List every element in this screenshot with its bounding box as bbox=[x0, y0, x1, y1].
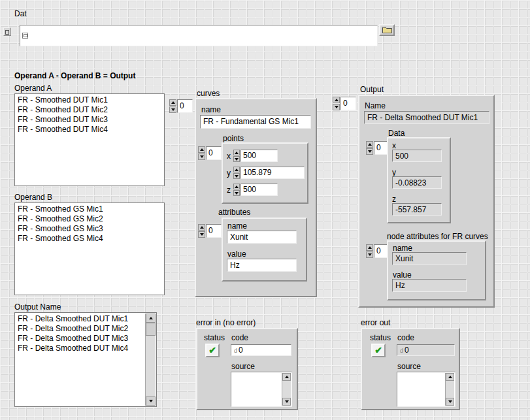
error-in-label: error in (no error) bbox=[196, 318, 256, 327]
curves-index-value[interactable]: 0 bbox=[177, 99, 193, 113]
list-item[interactable]: FR - Smoothed GS Mic1 bbox=[15, 204, 164, 214]
list-item[interactable]: FR - Smoothed DUT Mic3 bbox=[15, 115, 164, 125]
scroll-thumb[interactable] bbox=[146, 323, 156, 336]
decrement-button[interactable] bbox=[366, 251, 373, 258]
scroll-track[interactable] bbox=[446, 381, 454, 398]
y-label: y bbox=[227, 169, 233, 178]
increment-button[interactable] bbox=[366, 244, 373, 251]
list-item[interactable]: FR - Smoothed GS Mic2 bbox=[15, 214, 164, 224]
x-value-field[interactable]: 500 bbox=[240, 150, 278, 162]
error-in-source-field[interactable] bbox=[231, 372, 292, 407]
scroll-down-button[interactable] bbox=[282, 398, 291, 406]
attribute-name-label: name bbox=[393, 244, 412, 253]
operand-a-listbox[interactable]: FR - Smoothed DUT Mic1 FR - Smoothed DUT… bbox=[14, 93, 165, 186]
attribute-value-label: value bbox=[393, 270, 412, 280]
source-label: source bbox=[397, 362, 421, 371]
error-in-code-field[interactable]: d0 bbox=[231, 344, 291, 356]
decrement-button[interactable] bbox=[198, 231, 205, 238]
arrow-up-icon bbox=[235, 169, 239, 171]
points-index-control[interactable]: 0 bbox=[198, 146, 222, 160]
increment-button[interactable] bbox=[233, 184, 240, 189]
output-cluster: Name FR - Delta Smoothed DUT Mic1 Data 0… bbox=[358, 95, 495, 308]
data-index-control[interactable]: 0 bbox=[366, 141, 389, 155]
list-item[interactable]: FR - Delta Smoothed DUT Mic3 bbox=[15, 334, 146, 344]
heading: Operand A - Operand B = Output bbox=[14, 71, 135, 80]
decrement-button[interactable] bbox=[198, 153, 205, 160]
attributes-index-value[interactable]: 0 bbox=[206, 224, 222, 238]
scroll-up-button[interactable] bbox=[446, 373, 454, 381]
decrement-button[interactable] bbox=[233, 173, 240, 179]
path-control-label: Dat bbox=[14, 9, 27, 18]
vertical-scrollbar[interactable] bbox=[445, 373, 454, 406]
decrement-button[interactable] bbox=[169, 106, 176, 113]
y-value-field[interactable]: 105.879 bbox=[240, 167, 305, 179]
z-value-field[interactable]: 500 bbox=[240, 184, 278, 196]
list-item[interactable]: FR - Smoothed DUT Mic2 bbox=[15, 105, 164, 115]
scroll-track[interactable] bbox=[146, 323, 156, 396]
node-attributes-index-control[interactable]: 0 bbox=[366, 244, 389, 258]
arrow-down-icon bbox=[285, 400, 289, 403]
attribute-name-field: Xunit bbox=[392, 252, 467, 265]
error-out-code-field: d0 bbox=[397, 344, 455, 356]
decrement-button[interactable] bbox=[366, 148, 373, 155]
list-item[interactable]: FR - Delta Smoothed DUT Mic1 bbox=[15, 314, 146, 324]
list-item[interactable]: FR - Delta Smoothed DUT Mic4 bbox=[15, 344, 146, 353]
data-cluster: x 500 y -0.08823 z -557.857 bbox=[387, 137, 451, 223]
scroll-down-button[interactable] bbox=[146, 396, 156, 406]
scroll-down-button[interactable] bbox=[446, 398, 454, 406]
increment-button[interactable] bbox=[169, 99, 176, 106]
x-label: x bbox=[227, 152, 233, 161]
scroll-track[interactable] bbox=[282, 381, 291, 398]
list-item[interactable]: FR - Smoothed GS Mic3 bbox=[15, 224, 164, 234]
scroll-up-button[interactable] bbox=[282, 373, 291, 381]
attribute-name-field[interactable]: Xunit bbox=[227, 231, 297, 244]
decrement-button[interactable] bbox=[233, 190, 240, 196]
vertical-scrollbar[interactable] bbox=[145, 314, 156, 406]
attribute-value-field[interactable]: Hz bbox=[227, 259, 297, 272]
x-label: x bbox=[392, 141, 396, 150]
error-in-status-boolean[interactable]: ✔ bbox=[205, 344, 220, 357]
vertical-scrollbar[interactable] bbox=[282, 373, 291, 406]
path-glyph-box bbox=[3, 27, 11, 36]
decrement-button[interactable] bbox=[333, 104, 340, 110]
list-item[interactable]: FR - Smoothed DUT Mic4 bbox=[15, 125, 164, 135]
output-index-control[interactable]: 0 bbox=[333, 97, 356, 110]
increment-button[interactable] bbox=[333, 97, 340, 103]
list-item[interactable]: FR - Delta Smoothed DUT Mic2 bbox=[15, 324, 146, 334]
arrow-up-icon bbox=[200, 226, 204, 229]
code-value: 0 bbox=[239, 346, 243, 355]
increment-button[interactable] bbox=[198, 224, 205, 231]
decrement-button[interactable] bbox=[233, 156, 240, 162]
attributes-index-control[interactable]: 0 bbox=[198, 224, 222, 238]
operand-b-listbox[interactable]: FR - Smoothed GS Mic1 FR - Smoothed GS M… bbox=[14, 202, 165, 295]
increment-button[interactable] bbox=[233, 150, 240, 155]
arrow-down-icon bbox=[149, 400, 153, 402]
code-label: code bbox=[231, 333, 248, 342]
path-input[interactable] bbox=[20, 25, 378, 46]
source-label: source bbox=[231, 362, 255, 371]
curve-name-label: name bbox=[201, 105, 221, 114]
curves-cluster: name FR - Fundamental GS Mic1 points 0 x… bbox=[195, 98, 317, 297]
points-index-value[interactable]: 0 bbox=[206, 146, 222, 160]
list-item[interactable]: FR - Smoothed DUT Mic1 bbox=[15, 95, 164, 105]
scroll-up-button[interactable] bbox=[146, 314, 156, 323]
browse-button[interactable] bbox=[379, 24, 395, 36]
output-name-label: Output Name bbox=[14, 302, 61, 312]
arrow-down-icon bbox=[368, 253, 372, 256]
curve-name-field[interactable]: FR - Fundamental GS Mic1 bbox=[200, 115, 311, 129]
output-name-listbox[interactable]: FR - Delta Smoothed DUT Mic1 FR - Delta … bbox=[14, 312, 157, 407]
code-value: 0 bbox=[405, 346, 409, 355]
arrow-down-icon bbox=[335, 106, 339, 108]
node-attributes-label: node attributes for FR curves bbox=[387, 232, 488, 241]
list-item[interactable]: FR - Smoothed GS Mic4 bbox=[15, 234, 164, 244]
curves-index-control[interactable]: 0 bbox=[169, 99, 193, 113]
arrow-up-icon bbox=[335, 99, 339, 101]
z-label: z bbox=[392, 195, 396, 204]
arrow-down-icon bbox=[200, 155, 204, 158]
output-index-value[interactable]: 0 bbox=[340, 97, 356, 110]
increment-button[interactable] bbox=[233, 167, 240, 172]
attribute-name-label: name bbox=[227, 221, 247, 231]
operand-a-label: Operand A bbox=[14, 84, 52, 93]
increment-button[interactable] bbox=[366, 141, 373, 148]
increment-button[interactable] bbox=[198, 146, 205, 153]
